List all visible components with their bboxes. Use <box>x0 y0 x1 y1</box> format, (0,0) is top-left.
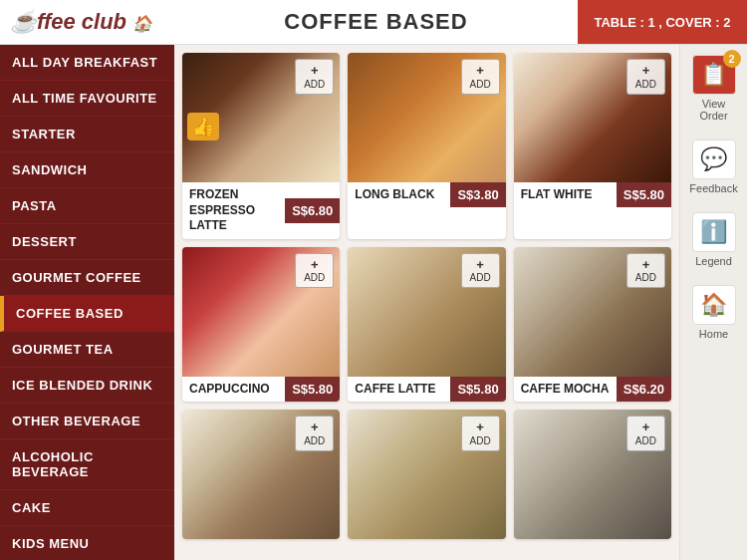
sidebar-item-coffee-based[interactable]: COFFEE BASED <box>0 296 174 332</box>
item-name-frozen-espresso-latte: FROZEN ESPRESSO LATTE <box>182 182 285 239</box>
sidebar-item-gourmet-tea[interactable]: GOURMET TEA <box>0 332 174 368</box>
view-order-label: View Order <box>689 98 739 122</box>
item-price-frozen-espresso-latte: S$6.80 <box>285 198 340 223</box>
sidebar-item-dessert[interactable]: DESSERT <box>0 224 174 260</box>
item-name-flat-white: FLAT WHITE <box>514 182 617 208</box>
menu-item-flat-white: +ADDFLAT WHITES$5.80 <box>514 53 671 239</box>
feedback-button[interactable]: 💬 Feedback <box>684 135 744 199</box>
add-button-frozen-espresso-latte[interactable]: +ADD <box>295 59 334 95</box>
item-name-caffe-mocha: CAFFE MOCHA <box>514 377 617 403</box>
page-title: COFFEE BASED <box>174 9 578 35</box>
sidebar-item-sandwich[interactable]: SANDWICH <box>0 152 174 188</box>
home-label: Home <box>699 328 728 340</box>
menu-item-caffe-mocha: +ADDCAFFE MOCHAS$6.20 <box>514 247 671 403</box>
item-footer-cappuccino: CAPPUCCINOS$5.80 <box>182 377 340 403</box>
sidebar-item-ice-blended-drink[interactable]: ICE BLENDED DRINK <box>0 368 174 404</box>
menu-item-item-8: +ADD <box>348 410 505 539</box>
sidebar-item-kids-menu[interactable]: KIDS MENU <box>0 526 174 560</box>
home-button[interactable]: 🏠 Home <box>684 280 744 345</box>
logo-area: ☕ffee club 🏠 <box>0 9 174 35</box>
logo-cup: ☕ffee club 🏠 <box>10 9 152 35</box>
sidebar-item-other-beverage[interactable]: OTHER BEVERAGE <box>0 404 174 439</box>
sidebar-item-starter[interactable]: STARTER <box>0 117 174 152</box>
item-image-item-7: +ADD <box>182 410 340 539</box>
header: ☕ffee club 🏠 COFFEE BASED TABLE : 1 , CO… <box>0 0 747 45</box>
add-button-item-9[interactable]: +ADD <box>626 416 665 451</box>
menu-item-caffe-latte: +ADDCAFFE LATTES$5.80 <box>348 247 505 403</box>
item-footer-caffe-mocha: CAFFE MOCHAS$6.20 <box>514 377 671 403</box>
sidebar: ALL DAY BREAKFASTALL TIME FAVOURITESTART… <box>0 45 174 560</box>
add-button-item-7[interactable]: +ADD <box>295 416 334 451</box>
item-image-frozen-espresso-latte: +ADD👍 <box>182 53 340 182</box>
sidebar-item-all-day-breakfast[interactable]: ALL DAY BREAKFAST <box>0 45 174 81</box>
item-footer-flat-white: FLAT WHITES$5.80 <box>514 182 671 208</box>
sidebar-item-pasta[interactable]: PASTA <box>0 188 174 224</box>
feedback-icon-wrap: 💬 <box>692 140 736 179</box>
item-name-long-black: LONG BLACK <box>348 182 450 208</box>
item-image-item-9: +ADD <box>514 410 671 539</box>
item-price-flat-white: S$5.80 <box>617 182 671 207</box>
add-button-item-8[interactable]: +ADD <box>461 416 500 451</box>
feedback-label: Feedback <box>689 182 737 194</box>
item-image-caffe-mocha: +ADD <box>514 247 671 377</box>
item-price-caffe-latte: S$5.80 <box>450 377 505 402</box>
content-area: +ADD👍FROZEN ESPRESSO LATTES$6.80+ADDLONG… <box>174 45 679 560</box>
item-price-caffe-mocha: S$6.20 <box>617 377 671 402</box>
item-name-caffe-latte: CAFFE LATTE <box>348 377 450 403</box>
add-button-cappuccino[interactable]: +ADD <box>295 253 334 289</box>
legend-button[interactable]: ℹ️ Legend <box>684 207 744 272</box>
items-grid: +ADD👍FROZEN ESPRESSO LATTES$6.80+ADDLONG… <box>182 53 671 539</box>
home-icon-wrap: 🏠 <box>692 285 736 325</box>
sidebar-item-cake[interactable]: CAKE <box>0 490 174 526</box>
legend-icon-wrap: ℹ️ <box>692 212 736 252</box>
favourite-badge-frozen-espresso-latte: 👍 <box>187 113 219 140</box>
item-image-long-black: +ADD <box>348 53 505 182</box>
item-image-flat-white: +ADD <box>514 53 671 182</box>
view-order-icon-wrap: 📋 2 <box>692 55 736 95</box>
item-image-cappuccino: +ADD <box>182 247 340 377</box>
view-order-button[interactable]: 📋 2 View Order <box>684 50 744 127</box>
add-button-caffe-mocha[interactable]: +ADD <box>626 253 665 289</box>
table-info: TABLE : 1 , COVER : 2 <box>578 0 747 44</box>
item-price-long-black: S$3.80 <box>450 182 505 207</box>
sidebar-item-gourmet-coffee[interactable]: GOURMET COFFEE <box>0 260 174 296</box>
sidebar-item-all-time-favourite[interactable]: ALL TIME FAVOURITE <box>0 81 174 117</box>
add-button-caffe-latte[interactable]: +ADD <box>461 253 500 289</box>
menu-item-frozen-espresso-latte: +ADD👍FROZEN ESPRESSO LATTES$6.80 <box>182 53 340 239</box>
menu-item-item-9: +ADD <box>514 410 671 539</box>
menu-item-cappuccino: +ADDCAPPUCCINOS$5.80 <box>182 247 340 403</box>
main-layout: ALL DAY BREAKFASTALL TIME FAVOURITESTART… <box>0 45 747 560</box>
item-price-cappuccino: S$5.80 <box>285 377 340 402</box>
sidebar-item-alcoholic-beverage[interactable]: ALCOHOLIC BEVERAGE <box>0 439 174 490</box>
item-footer-frozen-espresso-latte: FROZEN ESPRESSO LATTES$6.80 <box>182 182 340 239</box>
item-name-cappuccino: CAPPUCCINO <box>182 377 285 403</box>
action-sidebar: 📋 2 View Order 💬 Feedback ℹ️ Legend 🏠 <box>679 45 747 560</box>
content-wrapper: +ADD👍FROZEN ESPRESSO LATTES$6.80+ADDLONG… <box>174 45 747 560</box>
legend-label: Legend <box>695 255 732 267</box>
item-footer-caffe-latte: CAFFE LATTES$5.80 <box>348 377 505 403</box>
menu-item-item-7: +ADD <box>182 410 340 539</box>
item-image-caffe-latte: +ADD <box>348 247 505 377</box>
item-footer-long-black: LONG BLACKS$3.80 <box>348 182 505 208</box>
item-image-item-8: +ADD <box>348 410 505 539</box>
order-badge: 2 <box>723 50 741 68</box>
add-button-flat-white[interactable]: +ADD <box>626 59 665 95</box>
add-button-long-black[interactable]: +ADD <box>461 59 500 95</box>
menu-item-long-black: +ADDLONG BLACKS$3.80 <box>348 53 505 239</box>
